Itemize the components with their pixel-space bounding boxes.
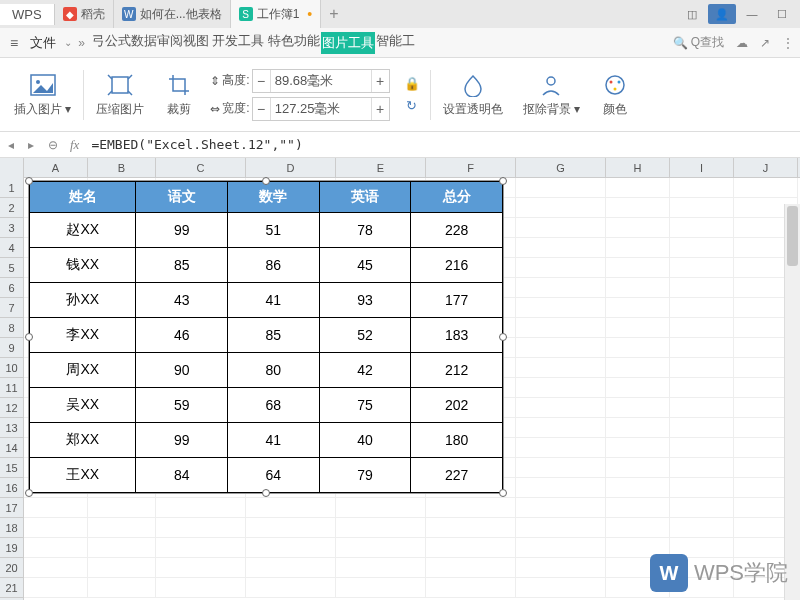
- row-header[interactable]: 16: [0, 478, 23, 498]
- select-all-corner[interactable]: [0, 158, 24, 178]
- add-tab-button[interactable]: +: [321, 5, 346, 23]
- row-header[interactable]: 14: [0, 438, 23, 458]
- column-header[interactable]: E: [336, 158, 426, 178]
- menubar: ≡ 文件 ⌄ » 弓公式数据审阅视图 开发工具 特色功能 图片工具 智能工 🔍 …: [0, 28, 800, 58]
- scrollbar-thumb[interactable]: [787, 206, 798, 266]
- set-transparent-button[interactable]: 设置透明色: [435, 62, 511, 127]
- row-header[interactable]: 15: [0, 458, 23, 478]
- insert-picture-button[interactable]: 插入图片 ▾: [6, 62, 79, 127]
- resize-handle-nw[interactable]: [25, 177, 33, 185]
- formula-bar: ◂ ▸ ⊖ fx =EMBED("Excel.Sheet.12",""): [0, 132, 800, 158]
- row-header[interactable]: 21: [0, 578, 23, 598]
- titlebar: WPS ◆ 稻壳 W 如何在...他表格 S 工作簿1 • + ◫ 👤 — ☐: [0, 0, 800, 28]
- column-header[interactable]: C: [156, 158, 246, 178]
- reset-size-icon[interactable]: ↻: [404, 98, 420, 114]
- user-icon[interactable]: 👤: [708, 4, 736, 24]
- row-header[interactable]: 5: [0, 258, 23, 278]
- row-header[interactable]: 2: [0, 198, 23, 218]
- row-header[interactable]: 1: [0, 178, 23, 198]
- resize-handle-se[interactable]: [499, 489, 507, 497]
- menu-tab-smart[interactable]: 智能工: [375, 32, 416, 54]
- width-minus-button[interactable]: −: [253, 98, 271, 120]
- width-input[interactable]: − 127.25毫米 +: [252, 97, 390, 121]
- row-header[interactable]: 4: [0, 238, 23, 258]
- dropdown-icon[interactable]: ⌄: [64, 37, 72, 48]
- lock-aspect-icon[interactable]: 🔒: [404, 76, 420, 92]
- resize-handle-s[interactable]: [262, 489, 270, 497]
- more-icon[interactable]: ⋮: [782, 36, 794, 50]
- zoom-out-icon[interactable]: ⊖: [44, 138, 62, 152]
- fx-icon[interactable]: fx: [70, 137, 79, 153]
- minimize-button[interactable]: —: [738, 4, 766, 24]
- table-cell: 183: [411, 318, 503, 353]
- svg-point-7: [614, 88, 617, 91]
- row-header[interactable]: 8: [0, 318, 23, 338]
- table-header: 语文: [136, 182, 228, 213]
- height-minus-button[interactable]: −: [253, 70, 271, 92]
- resize-handle-e[interactable]: [499, 333, 507, 341]
- height-label: 高度:: [222, 72, 249, 89]
- menu-more[interactable]: »: [74, 36, 89, 50]
- vertical-scrollbar[interactable]: [784, 204, 800, 600]
- column-header[interactable]: A: [24, 158, 88, 178]
- row-header[interactable]: 7: [0, 298, 23, 318]
- row-header[interactable]: 20: [0, 558, 23, 578]
- menu-tab-group[interactable]: 弓公式数据审阅视图 开发工具 特色功能: [91, 32, 321, 54]
- doc-tab-howto[interactable]: W 如何在...他表格: [114, 0, 231, 28]
- window-split-icon[interactable]: ◫: [678, 4, 706, 24]
- doc-tab-workbook1[interactable]: S 工作簿1 •: [231, 0, 322, 28]
- column-header[interactable]: H: [606, 158, 670, 178]
- watermark: W WPS学院: [650, 554, 788, 592]
- row-header[interactable]: 10: [0, 358, 23, 378]
- namebox-next-icon[interactable]: ▸: [24, 138, 38, 152]
- row-header[interactable]: 12: [0, 398, 23, 418]
- cells-area[interactable]: 姓名语文数学英语总分赵XX995178228钱XX858645216孙XX434…: [24, 178, 800, 600]
- resize-handle-w[interactable]: [25, 333, 33, 341]
- row-header[interactable]: 18: [0, 518, 23, 538]
- cloud-icon[interactable]: ☁: [736, 36, 748, 50]
- table-cell: 216: [411, 248, 503, 283]
- row-header[interactable]: 3: [0, 218, 23, 238]
- row-header[interactable]: 9: [0, 338, 23, 358]
- resize-handle-n[interactable]: [262, 177, 270, 185]
- remove-bg-icon: [536, 71, 566, 99]
- row-header[interactable]: 19: [0, 538, 23, 558]
- row-header[interactable]: 13: [0, 418, 23, 438]
- row-header[interactable]: 17: [0, 498, 23, 518]
- hamburger-icon[interactable]: ≡: [6, 35, 22, 51]
- column-header[interactable]: F: [426, 158, 516, 178]
- resize-handle-sw[interactable]: [25, 489, 33, 497]
- height-value[interactable]: 89.68毫米: [271, 72, 371, 90]
- compress-picture-button[interactable]: 压缩图片: [88, 62, 152, 127]
- embedded-table[interactable]: 姓名语文数学英语总分赵XX995178228钱XX858645216孙XX434…: [28, 180, 504, 494]
- column-header[interactable]: B: [88, 158, 156, 178]
- formula-input[interactable]: =EMBED("Excel.Sheet.12",""): [87, 137, 796, 152]
- resize-handle-ne[interactable]: [499, 177, 507, 185]
- width-value[interactable]: 127.25毫米: [271, 100, 371, 118]
- menu-tab-picture-tools[interactable]: 图片工具: [321, 32, 375, 54]
- column-header[interactable]: J: [734, 158, 798, 178]
- remove-bg-label: 抠除背景 ▾: [523, 101, 580, 118]
- share-icon[interactable]: ↗: [760, 36, 770, 50]
- table-cell: 周XX: [30, 353, 136, 388]
- height-input[interactable]: − 89.68毫米 +: [252, 69, 390, 93]
- picture-icon: [28, 71, 58, 99]
- height-plus-button[interactable]: +: [371, 70, 389, 92]
- crop-button[interactable]: 裁剪: [156, 62, 202, 127]
- namebox-prev-icon[interactable]: ◂: [4, 138, 18, 152]
- table-row: 周XX908042212: [30, 353, 503, 388]
- crop-label: 裁剪: [167, 101, 191, 118]
- column-header[interactable]: I: [670, 158, 734, 178]
- row-header[interactable]: 11: [0, 378, 23, 398]
- row-header[interactable]: 6: [0, 278, 23, 298]
- file-menu[interactable]: 文件: [24, 34, 62, 52]
- column-header[interactable]: G: [516, 158, 606, 178]
- width-plus-button[interactable]: +: [371, 98, 389, 120]
- remove-bg-button[interactable]: 抠除背景 ▾: [515, 62, 588, 127]
- column-header[interactable]: D: [246, 158, 336, 178]
- color-button[interactable]: 颜色: [592, 62, 630, 127]
- table-cell: 赵XX: [30, 213, 136, 248]
- doc-tab-daoke[interactable]: ◆ 稻壳: [55, 0, 114, 28]
- search-box[interactable]: 🔍 Q查找: [673, 34, 724, 51]
- maximize-button[interactable]: ☐: [768, 4, 796, 24]
